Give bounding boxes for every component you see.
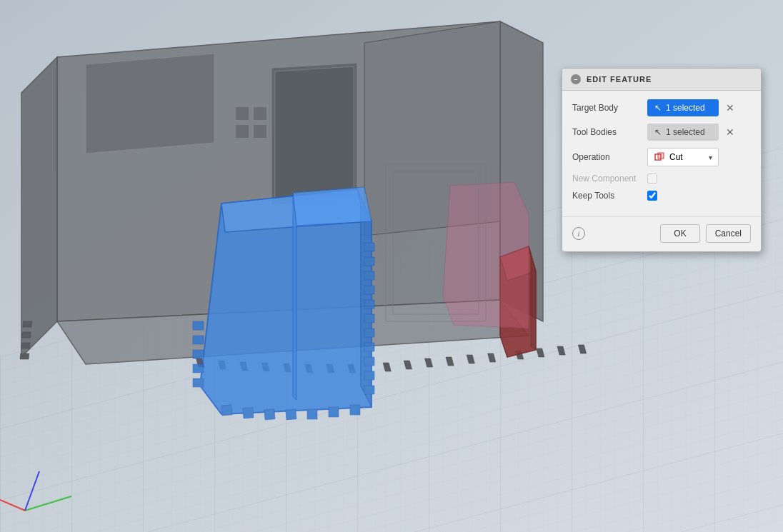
- svg-rect-38: [236, 125, 249, 138]
- tool-bodies-label: Tool Bodies: [572, 127, 647, 137]
- svg-marker-34: [275, 66, 354, 201]
- svg-rect-65: [364, 386, 374, 394]
- target-body-button[interactable]: ↖ 1 selected: [647, 99, 719, 116]
- cancel-button[interactable]: Cancel: [706, 224, 751, 243]
- operation-row: Operation Cut ▾: [572, 148, 751, 166]
- svg-rect-45: [193, 350, 204, 358]
- svg-rect-47: [193, 378, 204, 387]
- cut-icon: [654, 151, 665, 163]
- svg-rect-53: [329, 407, 339, 417]
- svg-rect-46: [193, 364, 204, 373]
- svg-marker-66: [293, 187, 371, 226]
- svg-rect-44: [193, 336, 204, 344]
- panel-body: Target Body ↖ 1 selected ✕ Tool Bodies ↖…: [562, 91, 761, 216]
- dropdown-arrow-icon: ▾: [709, 154, 712, 161]
- tool-bodies-button[interactable]: ↖ 1 selected: [647, 124, 719, 141]
- cursor-icon-2: ↖: [654, 127, 662, 137]
- svg-rect-59: [364, 300, 374, 308]
- svg-rect-56: [364, 257, 374, 266]
- svg-rect-11: [22, 332, 31, 338]
- svg-rect-62: [364, 343, 374, 351]
- svg-marker-67: [293, 193, 296, 400]
- svg-rect-10: [23, 321, 32, 327]
- svg-rect-49: [243, 408, 254, 418]
- tool-bodies-row: Tool Bodies ↖ 1 selected ✕: [572, 124, 751, 141]
- keep-tools-checkbox-area: [647, 191, 657, 201]
- target-body-clear-button[interactable]: ✕: [722, 101, 739, 115]
- svg-rect-37: [254, 107, 266, 120]
- operation-dropdown[interactable]: Cut ▾: [647, 148, 719, 166]
- panel-header: – EDIT FEATURE: [562, 69, 761, 91]
- operation-label: Operation: [572, 152, 647, 162]
- new-component-checkbox[interactable]: [647, 174, 657, 184]
- tool-bodies-value: 1 selected: [666, 127, 705, 137]
- svg-rect-64: [364, 371, 374, 380]
- svg-rect-51: [286, 409, 296, 420]
- tool-bodies-clear-button[interactable]: ✕: [722, 125, 739, 139]
- info-icon[interactable]: i: [572, 227, 585, 240]
- svg-marker-7: [21, 57, 57, 357]
- new-component-row: New Component: [572, 174, 751, 184]
- svg-rect-50: [264, 409, 275, 420]
- new-component-label: New Component: [572, 174, 647, 184]
- svg-rect-43: [193, 321, 204, 330]
- keep-tools-label: Keep Tools: [572, 191, 647, 201]
- panel-title: EDIT FEATURE: [587, 75, 652, 84]
- svg-rect-12: [21, 343, 30, 348]
- panel-icon: –: [571, 74, 581, 84]
- svg-rect-61: [364, 328, 374, 337]
- cursor-icon: ↖: [654, 103, 662, 113]
- ok-button[interactable]: OK: [660, 224, 699, 243]
- svg-rect-55: [364, 243, 374, 251]
- svg-rect-58: [364, 286, 374, 294]
- svg-rect-36: [236, 107, 249, 120]
- svg-rect-13: [20, 353, 29, 359]
- svg-rect-60: [364, 314, 374, 323]
- operation-value: Cut: [669, 152, 683, 162]
- svg-marker-32: [86, 54, 214, 154]
- svg-rect-39: [254, 125, 266, 138]
- panel-footer: i OK Cancel: [562, 216, 761, 251]
- svg-rect-48: [221, 405, 232, 416]
- svg-rect-75: [658, 153, 664, 159]
- svg-rect-63: [364, 357, 374, 366]
- target-body-value: 1 selected: [666, 103, 705, 113]
- svg-rect-52: [307, 409, 317, 419]
- keep-tools-checkbox[interactable]: [647, 191, 657, 201]
- keep-tools-row: Keep Tools: [572, 191, 751, 201]
- new-component-checkbox-area: [647, 174, 657, 184]
- target-body-label: Target Body: [572, 103, 647, 113]
- svg-rect-54: [350, 405, 360, 415]
- footer-buttons: OK Cancel: [660, 224, 751, 243]
- target-body-row: Target Body ↖ 1 selected ✕: [572, 99, 751, 116]
- svg-rect-57: [364, 271, 374, 280]
- edit-feature-panel: – EDIT FEATURE Target Body ↖ 1 selected …: [562, 68, 762, 252]
